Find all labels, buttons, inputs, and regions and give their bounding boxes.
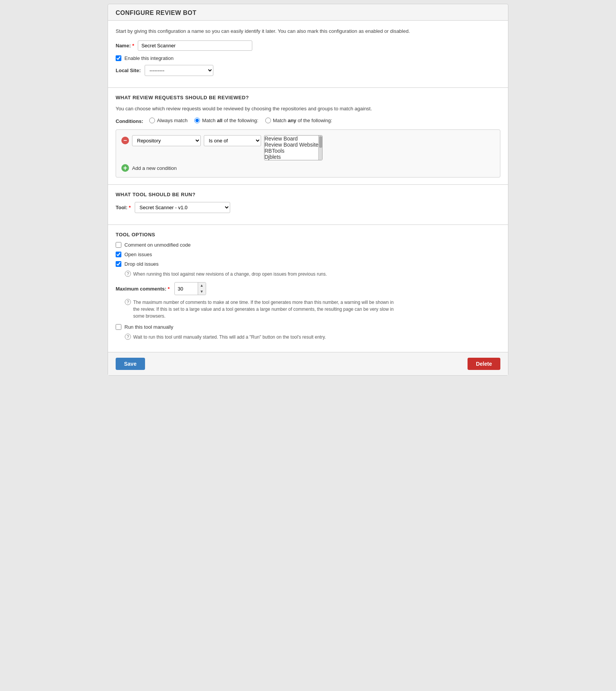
add-icon: + — [121, 164, 129, 172]
footer-row: Save Delete — [108, 352, 508, 375]
run-manually-row: Run this tool manually — [116, 324, 500, 330]
local-site-select[interactable]: --------- — [145, 65, 213, 76]
review-requests-title: WHAT REVIEW REQUESTS SHOULD BE REVIEWED? — [116, 95, 500, 100]
list-item[interactable]: Djblets — [264, 154, 318, 160]
name-input[interactable] — [138, 40, 252, 51]
name-label: Name: * — [116, 43, 134, 48]
open-issues-label: Open issues — [124, 252, 152, 257]
max-comments-required-star: * — [168, 286, 170, 292]
drop-old-issues-help-row: ? When running this tool against new rev… — [116, 271, 500, 278]
condition-selects: Repository Is one of Review Board Review… — [132, 135, 323, 160]
configure-section: Start by giving this configuration a nam… — [108, 20, 508, 87]
tool-select[interactable]: Secret Scanner - v1.0 — [135, 202, 230, 213]
page-container: CONFIGURE REVIEW BOT Start by giving thi… — [108, 4, 508, 376]
enable-checkbox[interactable] — [116, 55, 121, 61]
enable-label: Enable this integration — [124, 55, 174, 61]
save-button[interactable]: Save — [116, 358, 145, 370]
multiselect-container: Review Board Review Board Website RBTool… — [264, 135, 323, 160]
max-comments-help-row: ? The maximum number of comments to make… — [116, 299, 500, 320]
radio-match-all-input[interactable] — [194, 118, 200, 123]
list-item[interactable]: RBTools — [264, 148, 318, 154]
list-item[interactable]: Review Board Website — [264, 142, 318, 148]
run-manually-label: Run this tool manually — [124, 324, 173, 330]
comment-unmodified-checkbox[interactable] — [116, 242, 121, 248]
tool-required-star: * — [129, 205, 131, 210]
local-site-row: Local Site: --------- — [116, 65, 500, 76]
radio-match-all[interactable]: Match all of the following: — [194, 118, 258, 123]
tool-section: WHAT TOOL SHOULD BE RUN? Tool: * Secret … — [108, 184, 508, 224]
drop-old-issues-help-text: When running this tool against new revis… — [133, 271, 327, 278]
radio-always-label: Always match — [157, 118, 187, 123]
run-manually-help-text: Wait to run this tool until manually sta… — [133, 334, 326, 341]
remove-condition-button[interactable]: − — [121, 137, 129, 144]
comment-unmodified-row: Comment on unmodified code — [116, 242, 500, 248]
spinner-buttons: ▲ ▼ — [198, 283, 206, 295]
radio-always-match[interactable]: Always match — [149, 118, 187, 123]
enable-checkbox-row: Enable this integration — [116, 55, 500, 61]
open-issues-checkbox[interactable] — [116, 252, 121, 257]
review-requests-section: WHAT REVIEW REQUESTS SHOULD BE REVIEWED?… — [108, 87, 508, 185]
local-site-label: Local Site: — [116, 68, 141, 73]
drop-old-issues-help-icon: ? — [125, 271, 131, 277]
review-requests-desc: You can choose which review requests wou… — [116, 105, 500, 113]
condition-rule-row: − Repository Is one of Review Board Revi… — [121, 135, 495, 160]
condition-rule-area: − Repository Is one of Review Board Revi… — [116, 129, 500, 178]
condition-operator-select[interactable]: Is one of — [204, 135, 261, 146]
add-condition-row: + Add a new condition — [121, 164, 495, 172]
list-item[interactable]: Review Board — [264, 136, 318, 142]
delete-button[interactable]: Delete — [468, 358, 500, 370]
name-field-row: Name: * — [116, 40, 500, 51]
scrollbar-thumb — [319, 136, 322, 148]
radio-always-input[interactable] — [149, 118, 155, 123]
tool-options-title: TOOL OPTIONS — [116, 232, 500, 237]
tool-field-row: Tool: * Secret Scanner - v1.0 — [116, 202, 500, 213]
max-comments-label: Maximum comments: * — [116, 286, 170, 292]
max-comments-help-icon: ? — [125, 299, 131, 305]
configure-desc: Start by giving this configuration a nam… — [116, 27, 500, 35]
name-required-star: * — [132, 43, 134, 48]
max-comments-row: Maximum comments: * ▲ ▼ — [116, 282, 500, 295]
run-manually-help-icon: ? — [125, 334, 131, 340]
max-comments-help-text: The maximum number of comments to make a… — [133, 299, 400, 320]
condition-field-select[interactable]: Repository — [132, 135, 201, 146]
run-manually-help-row: ? Wait to run this tool until manually s… — [116, 334, 500, 341]
add-condition-button[interactable]: + Add a new condition — [121, 164, 177, 172]
spinner-down-button[interactable]: ▼ — [198, 289, 206, 295]
drop-old-issues-row: Drop old issues — [116, 261, 500, 267]
tool-section-title: WHAT TOOL SHOULD BE RUN? — [116, 192, 500, 197]
radio-match-any-input[interactable] — [265, 118, 271, 123]
remove-icon: − — [121, 137, 129, 144]
comment-unmodified-label: Comment on unmodified code — [124, 242, 190, 248]
radio-match-any[interactable]: Match any of the following: — [265, 118, 332, 123]
tool-label: Tool: * — [116, 205, 131, 210]
conditions-row: Conditions: Always match Match all of th… — [116, 118, 500, 124]
drop-old-issues-checkbox[interactable] — [116, 261, 121, 267]
radio-match-any-label: Match any of the following: — [273, 118, 332, 123]
multiselect-options[interactable]: Review Board Review Board Website RBTool… — [264, 136, 318, 160]
open-issues-row: Open issues — [116, 252, 500, 257]
tool-options-section: TOOL OPTIONS Comment on unmodified code … — [108, 224, 508, 352]
multiselect-scrollbar — [318, 136, 322, 160]
drop-old-issues-label: Drop old issues — [124, 261, 159, 267]
max-comments-input[interactable] — [175, 284, 198, 294]
add-condition-label: Add a new condition — [132, 165, 177, 171]
max-comments-input-wrapper: ▲ ▼ — [174, 282, 206, 295]
page-title: CONFIGURE REVIEW BOT — [108, 4, 508, 20]
run-manually-checkbox[interactable] — [116, 324, 121, 330]
conditions-options: Always match Match all of the following:… — [149, 118, 332, 123]
spinner-up-button[interactable]: ▲ — [198, 283, 206, 289]
conditions-label: Conditions: — [116, 118, 143, 124]
radio-match-all-label: Match all of the following: — [202, 118, 258, 123]
